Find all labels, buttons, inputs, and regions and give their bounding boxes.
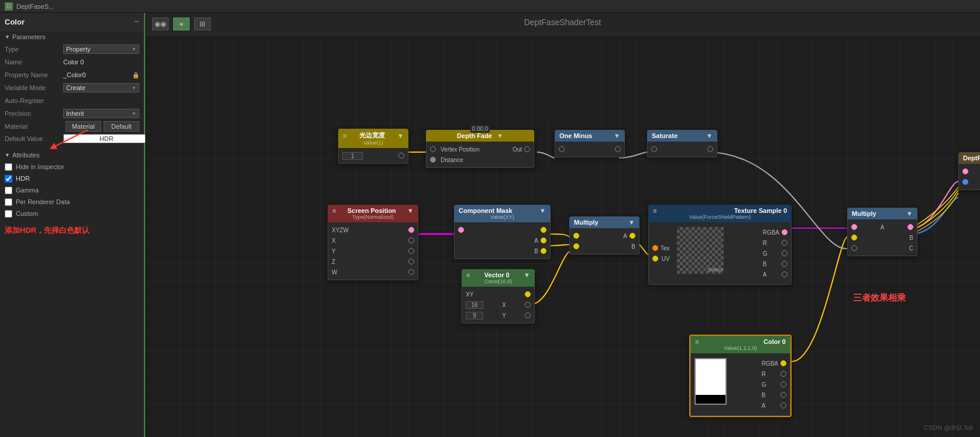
g-label: G: [763, 250, 768, 257]
saturate-out: [707, 146, 713, 152]
multiply2-dropdown: ▼: [906, 210, 913, 217]
tex-menu: ≡: [653, 207, 656, 214]
sp-dropdown: ▼: [407, 207, 414, 214]
texture-preview: Select: [677, 227, 724, 274]
per-renderer-data-label: Per Renderer Data: [16, 198, 70, 205]
node-vector0[interactable]: ≡ Vector 0 ▼ Const(16,9) XY 16 X: [462, 269, 535, 324]
parameters-section-header[interactable]: Parameters: [0, 31, 144, 43]
depth-fade-title: Depth Fade: [457, 132, 492, 139]
type-row: Type Property: [0, 43, 144, 56]
c0-r-label: R: [762, 371, 766, 377]
m1-b-row: B: [570, 241, 639, 252]
variable-mode-dropdown[interactable]: Create: [63, 83, 139, 92]
tex-label: Tex: [661, 245, 670, 252]
node-canvas[interactable]: ≡ 光边宽度 ▼ Value(1) 1 Depth Fade: [145, 35, 980, 437]
distance-label: Distance: [441, 157, 463, 163]
one-minus-in: [559, 146, 565, 152]
vertex-offset-row: Vertex Offset: [959, 177, 980, 187]
vector0-subtitle: Const(16,9): [466, 278, 530, 284]
node-guang-bian[interactable]: ≡ 光边宽度 ▼ Value(1) 1: [338, 129, 408, 164]
type-dropdown[interactable]: Property: [63, 44, 139, 54]
default-button[interactable]: Default: [104, 121, 139, 132]
guang-bian-value-row: 1: [339, 150, 408, 161]
sp-menu: ≡: [332, 207, 336, 214]
a-row: A: [455, 235, 550, 246]
screen-pos-title: Screen Position: [348, 207, 396, 214]
texture-subtitle: Value(ForceShieldPattern): [653, 214, 787, 220]
rgba-port: [782, 229, 788, 235]
m2-a-label: A: [881, 224, 885, 230]
one-minus-dropdown: ▼: [614, 132, 620, 139]
a-port: [541, 238, 546, 243]
b-row: B: [455, 246, 550, 256]
m2-a-row: A: [848, 222, 917, 232]
node-saturate[interactable]: Saturate ▼: [647, 130, 717, 157]
frag-color-row: Frag Color: [959, 166, 980, 177]
toolbar-btn-dot[interactable]: ●: [173, 18, 190, 30]
dept-fase-body: Frag Color Vertex Offset ⬇: [958, 164, 980, 190]
dropdown-icon: ▼: [397, 132, 404, 139]
hide-in-inspector-label: Hide in Inspector: [16, 163, 64, 170]
hdr-checkbox[interactable]: [5, 175, 12, 183]
node-screen-position[interactable]: ≡ Screen Position ▼ Type(Normalized) XYZ…: [328, 205, 418, 280]
m1-a-row: A: [570, 230, 639, 241]
m2-c-port: [851, 245, 857, 251]
tex-port-row: Tex: [649, 243, 673, 253]
value-input[interactable]: 1: [342, 152, 363, 160]
toolbar-btn-circles[interactable]: ◉◉: [152, 18, 169, 30]
node-one-minus[interactable]: One Minus ▼: [555, 130, 625, 157]
tex-port: [652, 245, 658, 251]
node-texture-sample[interactable]: ≡ Texture Sample 0 Value(ForceShieldPatt…: [648, 205, 792, 285]
color0-menu: ≡: [695, 338, 699, 345]
toolbar-btn-grid[interactable]: ⊞: [194, 18, 211, 30]
property-name-row: Property Name _Color0 🔒: [0, 68, 144, 81]
comp-mask-out: [541, 227, 546, 233]
m1-b-label: B: [631, 243, 635, 250]
c0-a-label: A: [762, 402, 766, 409]
select-label[interactable]: Select: [708, 267, 723, 273]
g-port: [782, 250, 788, 256]
property-name-label: Property Name: [5, 71, 63, 78]
per-renderer-data-row: Per Renderer Data: [0, 196, 144, 208]
m2-b-port: [851, 235, 857, 240]
distance-port: [430, 157, 436, 163]
b-port: [541, 248, 546, 254]
gamma-checkbox[interactable]: [5, 187, 12, 194]
vec-y-input[interactable]: 9: [466, 312, 483, 319]
hide-in-inspector-checkbox[interactable]: [5, 163, 12, 171]
hdr-annotation: 添加HDR，先择白色默认: [0, 219, 144, 242]
multiply1-title: Multiply: [574, 219, 599, 226]
vec-y-row: 9 Y: [462, 310, 534, 321]
node-depth-fade[interactable]: Depth Fade ▼ Vertex Position Out: [426, 130, 534, 168]
main-layout: Color − Parameters Type Property Name Co…: [0, 13, 980, 437]
saturate-dropdown: ▼: [706, 132, 713, 139]
per-renderer-data-checkbox[interactable]: [5, 198, 12, 206]
node-dept-fase-output[interactable]: DeptFaseShaderTest Frag Color Vertex Off…: [958, 152, 980, 190]
vec-x-input[interactable]: 16: [466, 301, 483, 309]
r-label: R: [763, 240, 767, 246]
vec-xy-port: [525, 291, 531, 297]
attributes-section-header[interactable]: Attributes: [0, 149, 144, 161]
canvas-title: DeptFaseShaderTest: [524, 18, 601, 27]
r-port: [782, 240, 788, 246]
m2-out: [907, 224, 913, 230]
canvas-area: ◉◉ ● ⊞ DeptFaseShaderTest: [145, 13, 980, 437]
one-minus-title: One Minus: [559, 132, 592, 139]
multiply2-title: Multiply: [852, 210, 876, 217]
node-multiply2[interactable]: Multiply ▼ A B C: [847, 208, 917, 256]
vertex-pos-row: Vertex Position Out: [427, 144, 534, 154]
c0-b-label: B: [762, 392, 766, 398]
m1-a-label: A: [623, 233, 627, 239]
w-port: [408, 269, 414, 275]
a-out-label: A: [763, 271, 767, 278]
node-component-mask[interactable]: Component Mask ▼ Value(XY): [454, 205, 551, 259]
c0-g-label: G: [762, 381, 766, 388]
collapse-button[interactable]: −: [134, 16, 139, 27]
node-multiply1[interactable]: Multiply ▼ A B: [569, 216, 639, 254]
precision-dropdown[interactable]: Inherit: [63, 109, 139, 118]
node-color0[interactable]: ≡ Color 0 Value(1,1,1,0) RGBA R: [689, 335, 792, 417]
custom-checkbox[interactable]: [5, 210, 12, 218]
app-icon: D: [5, 2, 13, 11]
m1-out: [630, 233, 635, 239]
x-port: [408, 238, 414, 243]
